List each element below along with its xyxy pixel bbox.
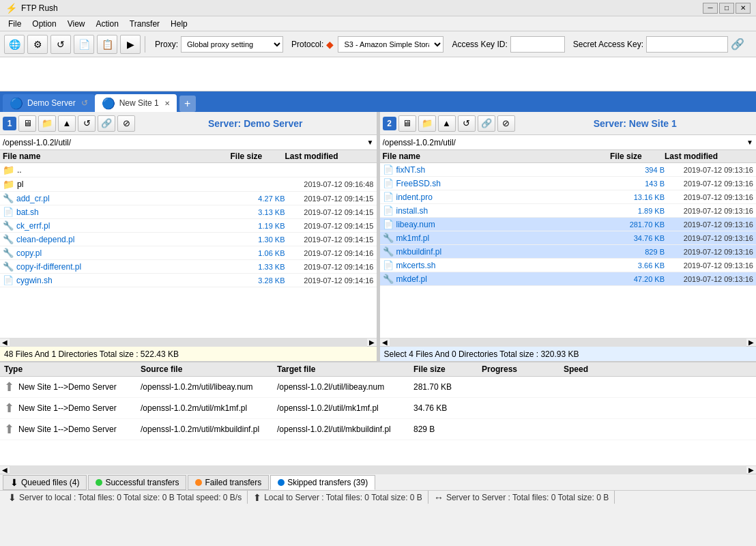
- table-row[interactable]: 📄 indent.pro 13.16 KB 2019-07-12 09:13:1…: [380, 190, 757, 204]
- scroll-left-btn[interactable]: ◀: [0, 466, 10, 474]
- table-row[interactable]: 🔧 copy.pl 1.06 KB 2019-07-12 09:14:16: [0, 246, 377, 260]
- table-row[interactable]: 📄 install.sh 1.89 KB 2019-07-12 09:13:16: [380, 204, 757, 218]
- transfer-source: /openssl-1.0.2m/util/mkbuildinf.pl: [141, 425, 277, 434]
- tab-new-site[interactable]: 🔵 New Site 1 ✕: [95, 94, 177, 112]
- tab-skipped-transfers[interactable]: Skipped transfers (39): [270, 475, 375, 490]
- transfer-type: New Site 1-->Demo Server: [18, 425, 117, 434]
- panel-2-block-btn[interactable]: ⊘: [497, 115, 515, 132]
- status-section-1: ⬇ Server to local : Total files: 0 Total…: [3, 491, 248, 504]
- copy-button[interactable]: 📄: [74, 35, 94, 54]
- panel-1-refresh-btn[interactable]: ↺: [78, 115, 96, 132]
- tab-successful-transfers[interactable]: Successful transfers: [88, 475, 186, 490]
- new-connection-button[interactable]: 🌐: [4, 35, 25, 54]
- close-tab-icon[interactable]: ✕: [164, 100, 170, 107]
- panel-2-scrollbar[interactable]: [390, 339, 747, 347]
- table-row[interactable]: 🔧 mk1mf.pl 34.76 KB 2019-07-12 09:13:16: [380, 231, 757, 245]
- tab-failed-label: Failed transfers: [205, 478, 261, 487]
- file-date: 2019-07-12 09:13:16: [665, 248, 753, 256]
- table-row[interactable]: 🔧 clean-depend.pl 1.30 KB 2019-07-12 09:…: [0, 233, 377, 246]
- table-row[interactable]: 📄 FreeBSD.sh 143 B 2019-07-12 09:13:16: [380, 177, 757, 190]
- close-button[interactable]: ✕: [736, 3, 751, 14]
- panel-1-block-btn[interactable]: ⊘: [117, 115, 135, 132]
- panel-1-file-list[interactable]: File name File size Last modified 📁 .. 📁…: [0, 150, 377, 338]
- minimize-button[interactable]: ─: [703, 3, 718, 14]
- connect-icon[interactable]: 🔗: [731, 38, 744, 51]
- panel-1-link-btn[interactable]: 🔗: [98, 115, 115, 132]
- paste-button[interactable]: 📋: [97, 35, 117, 54]
- panel-1-h-scroll[interactable]: ◀ ▶: [0, 338, 377, 346]
- panel-2-refresh-btn[interactable]: ↺: [458, 115, 476, 132]
- panel-2-link-btn[interactable]: 🔗: [478, 115, 495, 132]
- menu-transfer[interactable]: Transfer: [124, 18, 165, 30]
- table-row[interactable]: 📁 ..: [0, 163, 377, 177]
- table-row[interactable]: 📄 bat.sh 3.13 KB 2019-07-12 09:14:15: [0, 205, 377, 219]
- menu-option[interactable]: Option: [27, 18, 61, 30]
- menu-action[interactable]: Action: [91, 18, 124, 30]
- panel-1-scrollbar[interactable]: [10, 339, 367, 347]
- settings-button[interactable]: ⚙: [27, 35, 48, 54]
- table-row[interactable]: 📁 pl 2019-07-12 09:16:48: [0, 177, 377, 192]
- panel-2-folder-btn[interactable]: 📁: [418, 115, 436, 132]
- file-name: mkcerts.sh: [396, 261, 436, 270]
- tab-queued-files[interactable]: ⬇ Queued files (4): [3, 475, 87, 490]
- add-tab-button[interactable]: +: [179, 96, 196, 112]
- terminal-button[interactable]: ▶: [120, 35, 141, 54]
- transfer-scrollbar[interactable]: [10, 466, 746, 474]
- panel-1-desktop-btn[interactable]: 🖥: [18, 115, 36, 132]
- file-name: indent.pro: [396, 192, 433, 202]
- menu-file[interactable]: File: [3, 18, 27, 30]
- transfer-row[interactable]: ⬆ New Site 1-->Demo Server /openssl-1.0.…: [0, 377, 756, 398]
- proxy-select[interactable]: Global proxy setting: [181, 36, 283, 53]
- panel-2-h-scroll[interactable]: ◀ ▶: [380, 338, 757, 346]
- refresh-tab-icon[interactable]: ↺: [81, 98, 88, 108]
- scroll-left-btn[interactable]: ◀: [0, 339, 10, 346]
- scroll-right-btn[interactable]: ▶: [746, 339, 756, 346]
- table-row[interactable]: 🔧 add_cr.pl 4.27 KB 2019-07-12 09:14:15: [0, 192, 377, 205]
- restore-button[interactable]: □: [719, 3, 734, 14]
- table-row[interactable]: 🔧 mkbuildinf.pl 829 B 2019-07-12 09:13:1…: [380, 245, 757, 259]
- transfer-col-progress: Progress: [482, 364, 564, 374]
- panel-2-path-dropdown[interactable]: ▼: [746, 139, 753, 146]
- scroll-right-btn[interactable]: ▶: [746, 466, 756, 474]
- file-date: 2019-07-12 09:13:16: [665, 179, 753, 188]
- tab-failed-transfers[interactable]: Failed transfers: [188, 475, 269, 490]
- panel-1-path-input[interactable]: [3, 138, 367, 147]
- menu-help[interactable]: Help: [165, 18, 193, 30]
- panel-2-up-btn[interactable]: ▲: [438, 115, 456, 132]
- transfer-target: /openssl-1.0.2l/util/libeay.num: [277, 382, 413, 392]
- transfer-row[interactable]: ⬆ New Site 1-->Demo Server /openssl-1.0.…: [0, 398, 756, 419]
- file-size: 1.06 KB: [231, 249, 285, 257]
- table-row[interactable]: 📄 libeay.num 281.70 KB 2019-07-12 09:13:…: [380, 218, 757, 231]
- file-name: install.sh: [396, 206, 428, 216]
- panel-2-col-name: File name: [383, 152, 611, 161]
- panel-1-folder-btn[interactable]: 📁: [38, 115, 56, 132]
- protocol-select[interactable]: S3 - Amazon Simple Stora: [338, 36, 444, 53]
- table-row[interactable]: 📄 cygwin.sh 3.28 KB 2019-07-12 09:14:16: [0, 274, 377, 287]
- table-row[interactable]: 🔧 mkdef.pl 47.20 KB 2019-07-12 09:13:16: [380, 272, 757, 286]
- file-date: 2019-07-12 09:13:16: [665, 166, 753, 174]
- secret-key-input[interactable]: [646, 36, 728, 53]
- panel-2-desktop-btn[interactable]: 🖥: [398, 115, 416, 132]
- file-name: bat.sh: [16, 207, 39, 217]
- transfer-row[interactable]: ⬆ New Site 1-->Demo Server /openssl-1.0.…: [0, 419, 756, 440]
- panel-2-file-list[interactable]: File name File size Last modified 📄 fixN…: [380, 150, 757, 338]
- access-key-input[interactable]: [510, 36, 565, 53]
- file-date: 2019-07-12 09:13:16: [665, 207, 753, 215]
- table-row[interactable]: 🔧 ck_errf.pl 1.19 KB 2019-07-12 09:14:15: [0, 219, 377, 233]
- table-row[interactable]: 📄 mkcerts.sh 3.66 KB 2019-07-12 09:13:16: [380, 259, 757, 272]
- transfer-h-scroll[interactable]: ◀ ▶: [0, 465, 756, 474]
- tab-demo-server[interactable]: 🔵 Demo Server ↺: [3, 94, 95, 112]
- menu-view[interactable]: View: [62, 18, 91, 30]
- table-row[interactable]: 📄 fixNT.sh 394 B 2019-07-12 09:13:16: [380, 163, 757, 177]
- menu-bar: File Option View Action Transfer Help: [0, 16, 756, 31]
- status-text-1: Server to local : Total files: 0 Total s…: [19, 493, 242, 502]
- file-name: add_cr.pl: [16, 194, 50, 203]
- table-row[interactable]: 🔧 copy-if-different.pl 1.33 KB 2019-07-1…: [0, 260, 377, 274]
- file-name: ck_errf.pl: [16, 221, 50, 231]
- panel-1-up-btn[interactable]: ▲: [58, 115, 76, 132]
- refresh-button[interactable]: ↺: [50, 35, 71, 54]
- scroll-right-btn[interactable]: ▶: [367, 339, 377, 346]
- panel-2-path-input[interactable]: [383, 138, 747, 147]
- scroll-left-btn[interactable]: ◀: [380, 339, 390, 346]
- panel-1-path-dropdown[interactable]: ▼: [367, 139, 374, 146]
